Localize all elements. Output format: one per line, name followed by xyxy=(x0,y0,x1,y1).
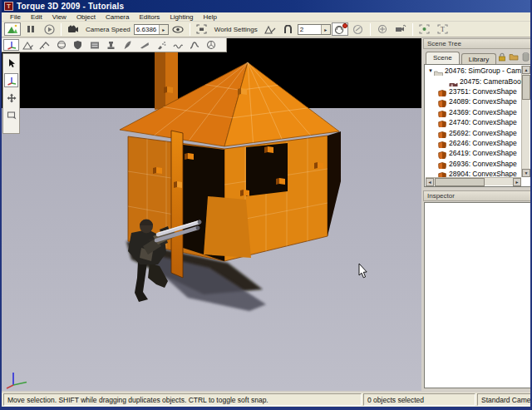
forest-editor-icon[interactable] xyxy=(120,39,135,51)
inspector-header[interactable]: Inspector xyxy=(423,190,532,201)
visibility-eye-icon[interactable] xyxy=(170,22,186,36)
shape-editor-icon[interactable] xyxy=(70,39,86,51)
camera-icon[interactable] xyxy=(65,22,81,36)
tree-item[interactable]: ▼ 25692: ConvexShape xyxy=(426,127,521,137)
camera-mode[interactable]: Standard Camera xyxy=(477,393,532,406)
scene-tree-list: ▼ 20476: SimGroup - CameraE ▼ xyxy=(426,66,521,177)
tree-item-label[interactable]: 28904: ConvexShape xyxy=(449,170,517,177)
tree-item-label[interactable]: 20476: SimGroup - CameraE xyxy=(445,67,521,75)
tree-item-label[interactable]: 24740: ConvexShape xyxy=(449,118,517,126)
scroll-up-button[interactable]: ▲ xyxy=(522,66,530,74)
add-object-icon[interactable] xyxy=(374,22,391,36)
mesh-road-editor-icon[interactable] xyxy=(136,39,152,51)
menu-item[interactable]: Edit xyxy=(26,13,47,21)
tree-item-label[interactable]: 24089: ConvexShape xyxy=(449,97,517,106)
snap-size-value[interactable]: 2 xyxy=(298,26,321,33)
river-editor-icon[interactable] xyxy=(170,39,185,51)
tree-item-label[interactable]: 26419: ConvexShape xyxy=(449,149,517,157)
terrain-painter-icon[interactable] xyxy=(37,39,52,51)
tree-item-label[interactable]: 26246: ConvexShape xyxy=(449,139,517,147)
tree-item[interactable]: ▼ 23751: ConvexShape xyxy=(426,86,521,96)
scene-tree-header[interactable]: Scene Tree xyxy=(423,38,532,49)
tree-item[interactable]: ▼ 26246: ConvexShape xyxy=(426,138,521,148)
frame-camera-icon[interactable] xyxy=(194,22,210,36)
tree-item[interactable]: ▼ 20476: SimGroup - CameraE xyxy=(426,66,521,76)
tree-item-label[interactable]: 23751: ConvexShape xyxy=(449,87,517,96)
menu-item[interactable]: Camera xyxy=(101,13,134,21)
object-snap-icon[interactable] xyxy=(332,22,348,36)
particle-editor-icon[interactable] xyxy=(153,39,169,51)
terrain-editor-icon[interactable] xyxy=(20,39,36,51)
lock-icon[interactable] xyxy=(497,52,507,62)
convex-shape-icon xyxy=(438,87,447,96)
tree-item-label[interactable]: 25692: ConvexShape xyxy=(449,129,517,137)
decal-editor-icon[interactable] xyxy=(103,39,119,51)
tree-horizontal-scrollbar[interactable]: ◄ ► xyxy=(426,177,521,185)
folder-icon[interactable] xyxy=(509,52,519,62)
tree-vertical-scrollbar[interactable]: ▲ ▼ xyxy=(521,66,530,177)
scroll-left-button[interactable]: ◄ xyxy=(426,178,434,186)
move-tool-icon[interactable] xyxy=(4,73,18,87)
vertical-scroll-thumb[interactable] xyxy=(522,75,530,100)
scene-canvas[interactable] xyxy=(2,38,421,391)
menu-item[interactable]: Lighting xyxy=(165,13,198,21)
camera-speed-field[interactable]: 6.6386 ▸ xyxy=(134,24,169,35)
world-editor-mode-button[interactable] xyxy=(4,22,21,36)
rotate-tool-icon[interactable] xyxy=(4,108,18,122)
menu-item[interactable]: File xyxy=(5,13,26,21)
play-button[interactable] xyxy=(41,22,57,36)
snap-size-field[interactable]: 2 ▸ xyxy=(298,24,331,35)
camera-speed-value[interactable]: 6.6386 xyxy=(135,26,159,33)
3d-viewport[interactable] xyxy=(2,38,421,391)
scene-tree-panel: Scene Tree Scene Library ▼ xyxy=(423,38,532,391)
title-bar[interactable]: T Torque 3D 2009 - Tutorials xyxy=(2,0,532,12)
tree-item[interactable]: ▼ 24089: ConvexShape xyxy=(426,96,521,106)
soft-snap-icon[interactable] xyxy=(350,22,367,36)
app-window: T Torque 3D 2009 - Tutorials FileEditVie… xyxy=(0,0,532,410)
camera-bookmark-icon[interactable] xyxy=(392,22,409,36)
object-tool-palette xyxy=(2,53,20,134)
editor-tools-toolbar xyxy=(2,38,227,52)
tab-library[interactable]: Library xyxy=(461,53,496,64)
tree-item[interactable]: ▼ 24369: ConvexShape xyxy=(426,107,521,117)
inspector-title: Inspector xyxy=(427,192,455,200)
tree-item[interactable]: ▼ 24740: ConvexShape xyxy=(426,117,521,127)
menu-item[interactable]: View xyxy=(47,13,71,21)
tree-item[interactable]: ▼ 20475: CameraBookmark xyxy=(426,76,521,86)
selection-count: 0 objects selected xyxy=(363,393,475,406)
horizontal-scroll-thumb[interactable] xyxy=(435,178,485,186)
material-editor-icon[interactable] xyxy=(53,39,69,51)
gizmo-tool-icon[interactable] xyxy=(3,39,19,51)
pause-button[interactable] xyxy=(22,22,39,36)
fit-selection-icon[interactable] xyxy=(416,22,433,36)
menu-item[interactable]: Editors xyxy=(134,13,165,21)
road-editor-icon[interactable] xyxy=(186,39,202,51)
menu-item[interactable]: Object xyxy=(71,13,101,21)
window-title: Torque 3D 2009 - Tutorials xyxy=(17,2,124,11)
scroll-down-button[interactable]: ▼ xyxy=(522,169,530,177)
tree-item[interactable]: ▼ 26419: ConvexShape xyxy=(426,148,521,158)
tree-item-label[interactable]: 26936: ConvexShape xyxy=(449,160,517,168)
magnet-snap-icon[interactable] xyxy=(280,22,297,36)
tab-scene[interactable]: Scene xyxy=(426,52,460,64)
camera-speed-spinner[interactable]: ▸ xyxy=(159,25,168,34)
tree-item[interactable]: ▼ 28904: ConvexShape xyxy=(426,169,521,177)
toolbar-separator xyxy=(61,23,62,36)
tree-item-label[interactable]: 24369: ConvexShape xyxy=(449,108,517,116)
select-tool-icon[interactable] xyxy=(4,56,18,70)
app-icon: T xyxy=(4,2,13,11)
translate-tool-icon[interactable] xyxy=(4,91,18,105)
tree-item-label[interactable]: 20475: CameraBookmark xyxy=(460,77,521,86)
inspector-box[interactable] xyxy=(424,202,531,388)
open-door xyxy=(171,131,183,278)
navmesh-editor-icon[interactable] xyxy=(203,39,219,51)
menu-item[interactable]: Help xyxy=(198,13,221,21)
tree-item[interactable]: ▼ 26936: ConvexShape xyxy=(426,159,521,169)
scroll-right-button[interactable]: ► xyxy=(513,178,521,186)
datablock-editor-icon[interactable] xyxy=(86,39,102,51)
delete-icon[interactable] xyxy=(520,52,530,62)
snap-size-spinner[interactable]: ▸ xyxy=(321,25,330,34)
expander-icon[interactable]: ▼ xyxy=(427,68,434,73)
text-tool-icon[interactable]: T xyxy=(435,22,451,36)
terrain-snap-icon[interactable] xyxy=(262,22,278,36)
